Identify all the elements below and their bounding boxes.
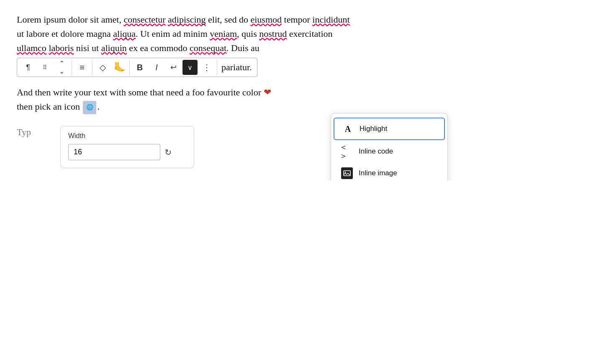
width-input[interactable] bbox=[68, 144, 160, 160]
menu-item-inline-image[interactable]: Inline image bbox=[334, 163, 445, 181]
drag-handle-button[interactable]: ⠿ bbox=[37, 60, 52, 75]
inline-code-label: Inline code bbox=[359, 147, 393, 156]
width-input-row: ↺ bbox=[68, 144, 186, 160]
italic-button[interactable]: I bbox=[149, 60, 164, 75]
dropdown-menu: A Highlight < > Inline code Inline image… bbox=[331, 113, 448, 181]
width-panel: Width ↺ bbox=[60, 126, 194, 168]
bold-button[interactable]: B bbox=[132, 60, 147, 75]
toolbar-partial-text: pariatur. bbox=[217, 62, 256, 73]
inline-image-icon bbox=[341, 167, 353, 179]
drop-button[interactable]: ◇ bbox=[95, 60, 110, 75]
heart-icon: ❤ bbox=[264, 87, 271, 97]
link-button[interactable]: ↩ bbox=[166, 60, 181, 75]
second-paragraph: And then write your text with some that … bbox=[17, 85, 574, 114]
menu-item-inline-code[interactable]: < > Inline code bbox=[334, 141, 445, 162]
pilcrow-button[interactable]: ¶ bbox=[21, 60, 36, 75]
toolbar-group-1: ¶ ⠿ ⌃⌄ bbox=[18, 60, 72, 75]
more-options-button[interactable]: ⋮ bbox=[199, 60, 214, 75]
toolbar-group-4: B I ↩ ∨ ⋮ bbox=[130, 60, 217, 75]
width-label: Width bbox=[68, 132, 186, 140]
editor-toolbar: ¶ ⠿ ⌃⌄ ≡ ◇ 🦶 B I ↩ ∨ ⋮ pariatur. bbox=[17, 58, 257, 77]
lorem-line3: ullamco laboris nisi ut aliquin ex ea co… bbox=[17, 43, 260, 53]
align-button[interactable]: ≡ bbox=[75, 60, 90, 75]
lorem-line1: Lorem ipsum dolor sit amet, consectetur … bbox=[17, 14, 350, 25]
chevron-down-button[interactable]: ∨ bbox=[182, 60, 198, 75]
lorem-paragraph: Lorem ipsum dolor sit amet, consectetur … bbox=[17, 13, 574, 55]
toolbar-group-3: ◇ 🦶 bbox=[93, 60, 130, 75]
second-para-start: And then write your text with some that … bbox=[17, 87, 204, 97]
footprint-button[interactable]: 🦶 bbox=[112, 60, 127, 75]
highlight-icon: A bbox=[342, 123, 354, 135]
highlight-label: Highlight bbox=[360, 125, 387, 133]
toolbar-group-2: ≡ bbox=[72, 60, 93, 75]
chevron-updown-button[interactable]: ⌃⌄ bbox=[54, 60, 69, 75]
reset-button[interactable]: ↺ bbox=[164, 147, 172, 157]
inline-icon-placeholder bbox=[83, 101, 96, 114]
second-para-icon-text: then pick an icon bbox=[17, 101, 80, 112]
menu-item-highlight[interactable]: A Highlight bbox=[334, 118, 445, 140]
lorem-line2: ut labore et dolore magna aliqua. Ut eni… bbox=[17, 28, 333, 39]
inline-code-icon: < > bbox=[341, 146, 353, 157]
typ-partial-text: Typ bbox=[17, 118, 31, 138]
inline-image-label: Inline image bbox=[359, 169, 397, 177]
svg-point-2 bbox=[345, 172, 346, 173]
second-para-fav: favourite color ❤ bbox=[204, 87, 271, 97]
